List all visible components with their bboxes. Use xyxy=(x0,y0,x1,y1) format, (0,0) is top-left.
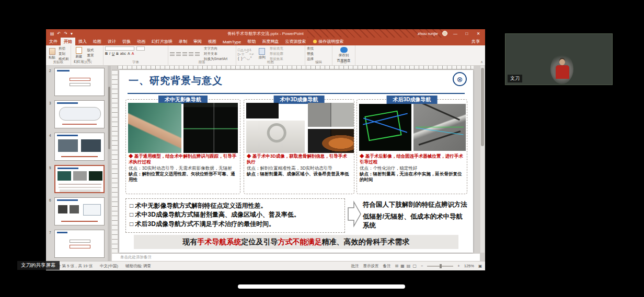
university-logo[interactable]: ⊗ xyxy=(453,72,467,86)
reset-button[interactable]: 重置 xyxy=(87,53,94,58)
minimize-button[interactable]: — xyxy=(452,31,459,36)
slide-title[interactable]: 一、研究背景与意义 xyxy=(129,74,223,88)
device-photo-small[interactable] xyxy=(246,103,279,118)
zoom-slider[interactable] xyxy=(427,266,453,267)
tab-help[interactable]: 帮助 xyxy=(244,38,259,45)
accessibility-status[interactable]: 辅助功能: 调查 xyxy=(125,264,151,269)
thumbnail-scrollbar[interactable] xyxy=(108,66,111,261)
conclusion-banner[interactable]: 现有手术导航系统定位及引导方式不能满足精准、高效的骨科手术需求 xyxy=(134,235,458,249)
ct-and-3d-bone-images[interactable] xyxy=(308,129,354,153)
redo-icon[interactable]: ↷ xyxy=(64,31,67,36)
tab-slideshow[interactable]: 幻灯片放映 xyxy=(148,38,176,45)
shape-fill-button[interactable]: 形状填充 xyxy=(270,46,283,51)
slide-thumbnail-7[interactable] xyxy=(54,230,105,258)
strikethrough-button[interactable]: S xyxy=(116,52,119,55)
slide-scrollbar[interactable] xyxy=(480,66,485,253)
tab-baidu-netdisk[interactable]: 百度网盘 xyxy=(259,38,282,45)
participant-body xyxy=(556,65,569,79)
outcome-textbox[interactable]: 符合国人下肢解剖的特征点辨识方法 低辐射/无辐射、低成本的术中导航系统 xyxy=(363,200,468,233)
reading-view-icon[interactable]: ▤ xyxy=(407,264,411,268)
comments-button[interactable]: 批注 xyxy=(351,264,359,269)
right-arrow-shape[interactable] xyxy=(347,200,362,228)
group-font: B I U S abc A A 字体 xyxy=(104,45,168,65)
zoom-level[interactable]: 125% xyxy=(464,264,474,268)
column-imageless-nav[interactable]: 术中无影像导航 ◆ 基于通用模型，结合术中解剖点辨识与跟踪，引导手术执行过程 优… xyxy=(125,99,240,194)
copy-button[interactable]: 复制 xyxy=(59,52,69,56)
slide-thumbnail-2[interactable] xyxy=(54,68,105,96)
slide-thumbnail-6[interactable] xyxy=(54,197,105,225)
align-text-button[interactable]: 对齐文本 xyxy=(204,52,227,56)
home-indicator-bar[interactable] xyxy=(238,284,405,289)
tell-me-search[interactable]: 操作说明搜索 xyxy=(309,38,348,45)
xray-external-fixator-image[interactable] xyxy=(413,104,466,151)
tab-file[interactable]: 文件 xyxy=(46,38,61,45)
qat-more-icon[interactable]: ▾ xyxy=(71,31,73,36)
account-avatar[interactable] xyxy=(442,31,447,36)
group-save: 保存到 百度网盘 保存 xyxy=(332,45,355,65)
close-button[interactable]: ✕ xyxy=(475,31,482,36)
tab-view[interactable]: 视图 xyxy=(205,38,220,45)
slide-sorter-icon[interactable]: ▦ xyxy=(400,264,405,268)
column-intraop-3d-nav[interactable]: 术中3D成像导航 ◆ 基于术中3D成像，获取患骨解剖信息，引导手术执行 优点：解… xyxy=(244,99,354,194)
slideshow-icon[interactable]: ▢ xyxy=(412,264,417,268)
numbering-icon[interactable] xyxy=(176,52,181,56)
tab-cloud-search[interactable]: 云资源搜索 xyxy=(282,38,309,45)
maximize-button[interactable]: □ xyxy=(463,31,470,36)
c-arm-machine-photo[interactable] xyxy=(246,121,305,153)
underline-button[interactable]: U xyxy=(112,52,114,55)
bold-button[interactable]: B xyxy=(105,52,108,55)
summary-box[interactable]: □ 术中无影像导航方式解剖特征点定义适用性差。 □ 术中3D成像导航方式辐射剂量… xyxy=(125,198,345,233)
zoom-out-button[interactable]: − xyxy=(421,264,423,268)
bullets-icon[interactable] xyxy=(170,52,175,56)
zoom-in-button[interactable]: + xyxy=(457,264,459,268)
find-button[interactable]: 查找 xyxy=(307,46,330,51)
font-color-button[interactable]: A xyxy=(132,52,134,55)
column-postop-3d-nav[interactable]: 术后3D成像导航 ◆ 基于术后影像，结合固连手术器械位置，进行手术引导过程 xyxy=(356,99,467,194)
font-name-box[interactable] xyxy=(105,46,134,51)
font-size-box[interactable] xyxy=(136,46,145,51)
shapes-gallery[interactable]: □△○◇\ ▷☆⌒~⌐ { }◠◡° xyxy=(238,48,255,61)
shape-outline-button[interactable]: 形状轮廓 xyxy=(270,52,283,56)
tab-record[interactable]: 录制 xyxy=(176,38,190,45)
cut-button[interactable]: 剪切 xyxy=(59,46,69,51)
notes-placeholder[interactable]: 单击此处添加备注 xyxy=(112,254,480,261)
tab-animations[interactable]: 动画 xyxy=(134,38,148,45)
undo-icon[interactable]: ↶ xyxy=(58,31,61,36)
fit-to-window-icon[interactable]: ▣ xyxy=(478,264,482,268)
tab-review[interactable]: 审阅 xyxy=(190,38,205,45)
navigation-screen-image[interactable] xyxy=(183,103,238,153)
italic-button[interactable]: I xyxy=(109,52,110,55)
layout-button[interactable]: 版式 xyxy=(87,48,94,53)
tab-insert[interactable]: 插入 xyxy=(75,38,90,45)
tab-transitions[interactable]: 切换 xyxy=(119,38,134,45)
slide-canvas[interactable]: 一、研究背景与意义 ⊗ 术中无影像导航 ◆ 基于通用模型，结合术中解剖点辨识与跟… xyxy=(119,70,473,253)
grow-font-button[interactable]: A xyxy=(128,52,130,55)
normal-view-icon[interactable]: ⊞ xyxy=(395,264,399,268)
tab-home[interactable]: 开始 xyxy=(61,38,75,45)
text-direction-button[interactable]: 文字方向 xyxy=(204,46,227,51)
surgery-photo[interactable] xyxy=(128,103,181,153)
3d-frame-render-image[interactable] xyxy=(359,104,411,151)
indent-icon[interactable] xyxy=(182,52,187,56)
clear-format-button[interactable]: abc xyxy=(120,52,126,55)
collapse-ribbon-icon[interactable]: ∧ xyxy=(480,60,483,64)
slide-thumbnail-4[interactable] xyxy=(54,133,105,161)
xray-images[interactable] xyxy=(308,103,354,127)
language-status[interactable]: 中文(中国) xyxy=(100,264,118,269)
tab-draw[interactable]: 绘图 xyxy=(90,38,105,45)
replace-button[interactable]: 替换 xyxy=(307,52,330,56)
tab-design[interactable]: 设计 xyxy=(105,38,119,45)
tab-mathtype[interactable]: MathType xyxy=(220,39,244,45)
align-left-icon[interactable] xyxy=(189,52,193,56)
account-name[interactable]: zhou runjie xyxy=(418,31,438,36)
arrange-button[interactable]: 排列 xyxy=(258,47,267,61)
save-icon[interactable]: ▤ xyxy=(50,31,54,36)
slide-thumbnail-3[interactable] xyxy=(54,100,105,128)
share-button[interactable]: 共享 xyxy=(466,38,485,45)
notes-button[interactable]: 备注 xyxy=(383,264,391,269)
display-settings-button[interactable]: 显示设置 xyxy=(363,264,379,269)
participant-video-tile[interactable]: 文刀 xyxy=(505,33,613,85)
paste-button[interactable]: 粘贴 xyxy=(48,47,56,61)
align-center-icon[interactable] xyxy=(195,52,200,56)
slide-thumbnail-5-selected[interactable] xyxy=(54,165,105,193)
